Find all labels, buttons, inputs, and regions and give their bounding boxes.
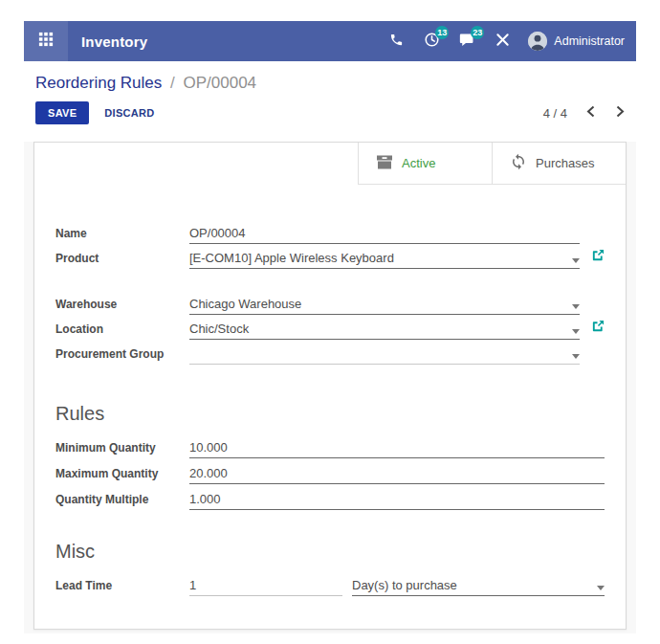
activities-button[interactable]: 13	[422, 32, 441, 51]
purchases-button-label: Purchases	[536, 156, 594, 170]
procurement-group-label: Procurement Group	[55, 347, 189, 365]
maximum-quantity-label: Maximum Quantity	[55, 467, 189, 484]
maximum-quantity-value: 20.000	[189, 466, 228, 480]
tools-button[interactable]	[493, 32, 512, 51]
purchases-stat-button[interactable]: Purchases	[492, 143, 626, 185]
minimum-quantity-input[interactable]: 10.000	[189, 439, 605, 458]
quantity-multiple-value: 1.000	[189, 492, 221, 506]
breadcrumb-parent-link[interactable]: Reordering Rules	[35, 74, 162, 92]
breadcrumb-separator: /	[170, 74, 175, 92]
control-panel-buttons-row: SAVE DISCARD 4 / 4	[35, 101, 625, 124]
name-input[interactable]: OP/00004	[189, 225, 580, 244]
chevron-down-icon[interactable]	[572, 329, 580, 334]
app-window: Inventory 13	[24, 21, 636, 633]
tools-icon	[495, 33, 510, 51]
field-row-quantity-multiple: Quantity Multiple 1.000	[55, 484, 605, 510]
product-select[interactable]: [E-COM10] Apple Wireless Keyboard	[189, 250, 580, 269]
chevron-down-icon[interactable]	[597, 586, 605, 590]
field-row-procurement-group: Procurement Group	[55, 340, 605, 365]
quantity-multiple-label: Quantity Multiple	[55, 493, 189, 510]
quantity-multiple-input[interactable]: 1.000	[189, 491, 605, 510]
active-toggle-button[interactable]: Active	[358, 143, 492, 185]
lead-time-input[interactable]: 1	[189, 578, 342, 596]
pager-value: 4 / 4	[543, 106, 567, 121]
name-label: Name	[55, 227, 189, 244]
navbar-right: 13 23	[386, 32, 636, 51]
pager-previous-button[interactable]	[586, 105, 595, 121]
pager: 4 / 4	[543, 105, 625, 121]
field-row-product: Product [E-COM10] Apple Wireless Keyboar…	[55, 244, 605, 269]
active-button-label: Active	[402, 156, 435, 170]
warehouse-label: Warehouse	[55, 298, 189, 315]
lead-time-label: Lead Time	[55, 579, 189, 596]
name-value: OP/00004	[189, 226, 246, 240]
phone-icon	[389, 33, 404, 51]
chevron-left-icon	[586, 105, 595, 121]
form-sheet: Active Purchases Name OP/00004	[33, 142, 627, 630]
user-avatar	[528, 32, 547, 51]
lead-time-value: 1	[189, 578, 196, 592]
minimum-quantity-value: 10.000	[189, 440, 228, 455]
phone-button[interactable]	[386, 32, 406, 51]
messages-button[interactable]: 23	[457, 32, 476, 51]
location-value: Chic/Stock	[189, 322, 249, 336]
breadcrumb: Reordering Rules / OP/00004	[35, 74, 625, 93]
rules-section-title: Rules	[55, 403, 605, 425]
chevron-down-icon[interactable]	[572, 304, 580, 309]
field-row-minimum-quantity: Minimum Quantity 10.000	[55, 433, 605, 458]
apps-menu-button[interactable]	[24, 21, 68, 61]
maximum-quantity-input[interactable]: 20.000	[189, 465, 605, 484]
top-navbar: Inventory 13	[24, 21, 636, 61]
message-count-badge: 23	[471, 26, 484, 39]
lead-time-uom-select[interactable]: Day(s) to purchase	[352, 578, 605, 596]
location-external-link-icon[interactable]	[591, 320, 605, 337]
misc-section-title: Misc	[55, 541, 605, 563]
product-external-link-icon[interactable]	[591, 249, 605, 266]
screen: Inventory 13	[0, 0, 660, 644]
save-button[interactable]: SAVE	[35, 101, 89, 124]
discard-button[interactable]: DISCARD	[104, 107, 154, 119]
chevron-down-icon[interactable]	[572, 354, 580, 359]
control-panel: Reordering Rules / OP/00004 SAVE DISCARD…	[24, 61, 636, 142]
activity-count-badge: 13	[435, 26, 449, 39]
apps-grid-icon	[38, 32, 54, 51]
pager-next-button[interactable]	[616, 105, 625, 121]
breadcrumb-current: OP/00004	[184, 74, 257, 92]
archive-box-icon	[376, 154, 393, 173]
location-select[interactable]: Chic/Stock	[189, 321, 580, 340]
app-name[interactable]: Inventory	[81, 33, 147, 50]
product-label: Product	[55, 252, 189, 269]
procurement-group-select[interactable]	[189, 345, 580, 365]
field-row-location: Location Chic/Stock	[55, 315, 605, 340]
lead-time-uom-value: Day(s) to purchase	[352, 578, 457, 592]
warehouse-select[interactable]: Chicago Warehouse	[189, 296, 580, 315]
sync-refresh-icon	[510, 153, 527, 174]
user-menu[interactable]: Administrator	[528, 32, 625, 51]
form-area: Name OP/00004 Product [E-COM10] Apple Wi…	[55, 143, 605, 596]
field-row-warehouse: Warehouse Chicago Warehouse	[55, 290, 605, 315]
field-row-lead-time: Lead Time 1 Day(s) to purchase	[55, 570, 605, 596]
user-name: Administrator	[554, 34, 625, 48]
minimum-quantity-label: Minimum Quantity	[55, 441, 189, 458]
product-value: [E-COM10] Apple Wireless Keyboard	[189, 251, 394, 265]
chevron-right-icon	[616, 105, 625, 121]
content-area: Active Purchases Name OP/00004	[24, 142, 636, 633]
stat-buttons: Active Purchases	[358, 143, 626, 185]
field-row-name: Name OP/00004	[55, 219, 605, 244]
location-label: Location	[55, 322, 189, 340]
field-row-maximum-quantity: Maximum Quantity 20.000	[55, 458, 605, 484]
chevron-down-icon[interactable]	[572, 258, 580, 263]
warehouse-value: Chicago Warehouse	[189, 297, 301, 311]
